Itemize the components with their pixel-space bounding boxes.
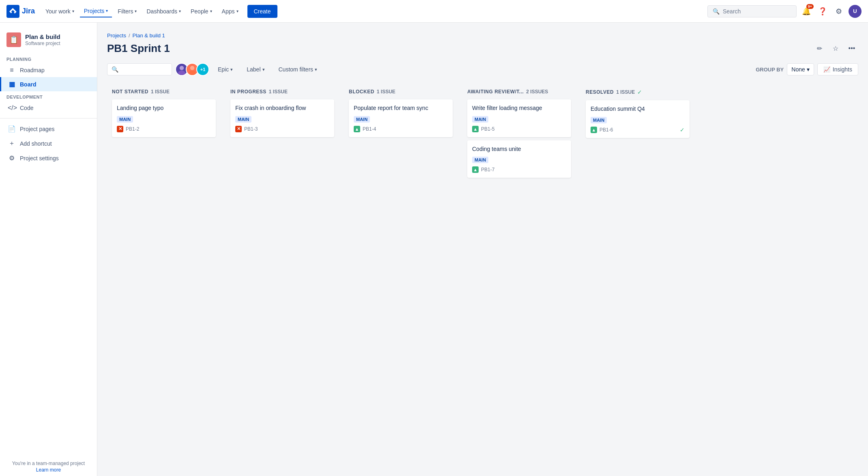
code-icon: </> [8, 104, 16, 112]
chevron-down-icon: ▾ [315, 67, 317, 72]
card-footer: ▲PB1-4 [354, 126, 448, 132]
sidebar-item-label: Board [20, 81, 36, 88]
custom-filters-filter[interactable]: Custom filters ▾ [273, 63, 323, 75]
insights-button[interactable]: 📈 Insights [817, 63, 858, 75]
project-info: Plan & build Software project [25, 33, 60, 46]
sidebar-item-code[interactable]: </> Code [0, 101, 97, 115]
board-column-resolved: RESOLVED1 ISSUE✓Education summit Q4MAIN▲… [581, 84, 694, 146]
board-toolbar: 🔍 +1 Epic ▾ Label ▾ [107, 63, 858, 76]
board-card[interactable]: Landing page typoMAIN✕PB1-2 [112, 99, 216, 137]
nav-item-people[interactable]: People ▾ [187, 6, 216, 17]
label-filter[interactable]: Label ▾ [241, 63, 270, 75]
board-card[interactable]: Populate report for team syncMAIN▲PB1-4 [349, 99, 453, 137]
issue-type-icon: ▲ [591, 127, 597, 133]
card-issue-id: PB1-7 [481, 167, 494, 172]
column-title: NOT STARTED [112, 89, 148, 95]
more-actions-button[interactable]: ••• [845, 42, 858, 55]
breadcrumb-plan-build[interactable]: Plan & build 1 [133, 32, 165, 39]
epic-filter[interactable]: Epic ▾ [213, 63, 238, 75]
board: NOT STARTED1 ISSUELanding page typoMAIN✕… [107, 84, 858, 186]
sidebar-item-label: Project settings [20, 155, 59, 162]
column-title: RESOLVED [586, 89, 614, 95]
card-tag: MAIN [117, 116, 133, 123]
card-issue-id: PB1-3 [244, 126, 258, 132]
sidebar-item-label: Add shortcut [20, 140, 52, 147]
card-tag: MAIN [472, 116, 488, 123]
chevron-down-icon: ▾ [72, 9, 74, 13]
nav-item-your-work[interactable]: Your work ▾ [41, 6, 78, 17]
column-title: IN PROGRESS [230, 89, 266, 95]
card-tag: MAIN [472, 157, 488, 163]
breadcrumb: Projects / Plan & build 1 [107, 32, 858, 39]
card-issue-id: PB1-6 [599, 127, 613, 133]
edit-button[interactable]: ✏ [813, 42, 826, 55]
chevron-down-icon: ▾ [179, 9, 181, 13]
column-count: 1 ISSUE [151, 89, 170, 95]
group-by-select[interactable]: None ▾ [787, 63, 814, 75]
jira-logo[interactable]: Jira [6, 5, 35, 18]
development-section-title: DEVELOPMENT [0, 91, 97, 101]
nav-item-apps[interactable]: Apps ▾ [218, 6, 243, 17]
roadmap-icon: ≡ [8, 67, 16, 74]
sidebar-item-board[interactable]: ▦ Board [0, 77, 97, 91]
column-header: IN PROGRESS1 ISSUE [230, 89, 334, 95]
avatar-group: +1 [175, 63, 209, 76]
sidebar-item-project-pages[interactable]: 📄 Project pages [0, 122, 97, 136]
svg-point-2 [190, 66, 195, 70]
card-title: Write filter loading message [472, 104, 566, 112]
search-bar[interactable]: 🔍 Search [707, 5, 797, 17]
add-shortcut-icon: ＋ [8, 139, 16, 148]
nav-item-projects[interactable]: Projects ▾ [80, 5, 112, 17]
create-button[interactable]: Create [247, 5, 277, 18]
board-card[interactable]: Coding teams uniteMAIN▲PB1-7 [467, 140, 571, 178]
nav-item-dashboards[interactable]: Dashboards ▾ [142, 6, 185, 17]
svg-point-1 [178, 71, 185, 75]
settings-button[interactable]: ⚙ [832, 5, 845, 18]
help-button[interactable]: ❓ [816, 5, 829, 18]
board-card[interactable]: Write filter loading messageMAIN▲PB1-5 [467, 99, 571, 137]
layout: 📋 Plan & build Software project PLANNING… [0, 0, 868, 476]
top-nav: Jira Your work ▾ Projects ▾ Filters ▾ Da… [0, 0, 868, 23]
card-footer: ✕PB1-2 [117, 126, 211, 132]
chevron-down-icon: ▾ [106, 9, 108, 13]
sidebar-item-project-settings[interactable]: ⚙ Project settings [0, 151, 97, 165]
board-card[interactable]: Fix crash in onboarding flowMAIN✕PB1-3 [230, 99, 334, 137]
column-header: RESOLVED1 ISSUE✓ [586, 89, 690, 95]
board-card[interactable]: Education summit Q4MAIN▲PB1-6✓ [586, 100, 690, 138]
card-footer: ▲PB1-5 [472, 126, 566, 132]
notifications-button[interactable]: 🔔 9+ [800, 5, 813, 18]
card-title: Education summit Q4 [591, 105, 685, 113]
chevron-down-icon: ▾ [262, 67, 265, 72]
group-by-label: GROUP BY [756, 67, 784, 73]
chevron-down-icon: ▾ [210, 9, 212, 13]
star-button[interactable]: ☆ [829, 42, 842, 55]
main-content: Projects / Plan & build 1 PB1 Sprint 1 ✏… [97, 23, 868, 476]
issue-type-icon: ▲ [472, 166, 479, 173]
card-title: Landing page typo [117, 104, 211, 112]
board-search[interactable]: 🔍 [107, 63, 172, 75]
column-count: 2 ISSUES [526, 89, 548, 95]
column-header: NOT STARTED1 ISSUE [112, 89, 216, 95]
svg-point-0 [180, 66, 184, 70]
chevron-down-icon: ▾ [807, 66, 810, 73]
toolbar-right: GROUP BY None ▾ 📈 Insights [756, 63, 858, 75]
card-footer: ▲PB1-6✓ [591, 127, 685, 133]
column-header: BLOCKED1 ISSUE [349, 89, 453, 95]
sidebar-item-add-shortcut[interactable]: ＋ Add shortcut [0, 136, 97, 151]
issue-type-icon: ▲ [354, 126, 360, 132]
settings-icon: ⚙ [8, 154, 16, 162]
nav-items: Your work ▾ Projects ▾ Filters ▾ Dashboa… [41, 5, 707, 18]
sidebar-project: 📋 Plan & build Software project [0, 29, 97, 54]
issue-type-icon: ✕ [117, 126, 123, 132]
learn-more-link[interactable]: Learn more [6, 467, 90, 473]
user-avatar[interactable]: U [849, 5, 862, 18]
card-issue-id: PB1-2 [126, 126, 139, 132]
search-icon: 🔍 [112, 66, 118, 73]
card-tag: MAIN [354, 116, 370, 123]
column-title: BLOCKED [349, 89, 374, 95]
card-tag: MAIN [591, 117, 607, 123]
sidebar-item-roadmap[interactable]: ≡ Roadmap [0, 63, 97, 77]
breadcrumb-projects[interactable]: Projects [107, 32, 126, 39]
nav-item-filters[interactable]: Filters ▾ [114, 6, 141, 17]
avatar-3[interactable]: +1 [196, 63, 209, 76]
